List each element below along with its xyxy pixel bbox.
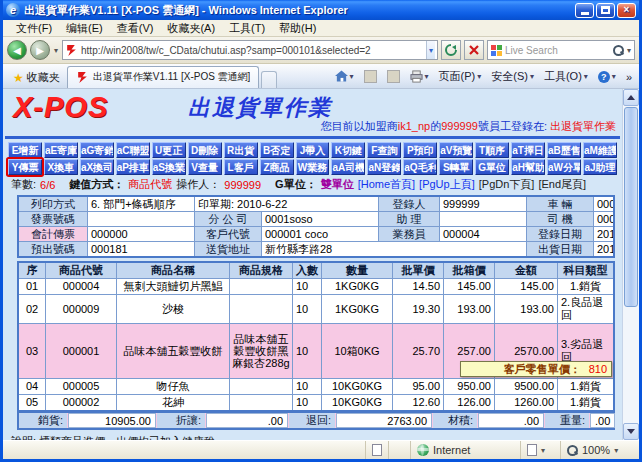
- toolbar-button[interactable]: J帶入: [296, 142, 330, 158]
- accounting-voucher-label: 會計傳票: [19, 227, 87, 241]
- address-bar[interactable]: http://win2008/tw/c_CData/chutui.asp?sam…: [62, 40, 438, 60]
- toolbar-button[interactable]: aB歷售: [547, 142, 581, 158]
- favorites-label: 收藏夹: [27, 70, 60, 85]
- toolbar-button[interactable]: aX換司: [80, 159, 114, 175]
- vertical-scrollbar[interactable]: [622, 89, 639, 440]
- search-box[interactable]: Live Search ▾: [487, 40, 635, 60]
- toolbar-button[interactable]: R出貨: [224, 142, 258, 158]
- page-menu-label: 页面(P): [439, 69, 476, 84]
- toolbar-button[interactable]: L客戶: [224, 159, 258, 175]
- register-date-field[interactable]: 2010-06-22: [594, 227, 613, 241]
- toolbar-button[interactable]: aQ毛利: [403, 159, 437, 175]
- search-input[interactable]: Live Search: [505, 45, 610, 56]
- refresh-button[interactable]: [441, 40, 461, 60]
- preout-no-field[interactable]: 000181: [88, 242, 194, 256]
- protected-mode-panel[interactable]: ▾: [521, 441, 561, 459]
- back-button[interactable]: ◀: [7, 40, 27, 60]
- read-mail-button[interactable]: [383, 68, 404, 85]
- toolbar-button[interactable]: aM維護: [583, 142, 617, 158]
- zoom-control[interactable]: 100% ▾: [561, 441, 639, 459]
- safety-menu-button[interactable]: 安全(S)▾: [487, 67, 538, 86]
- toolbar-button-voucher-selected[interactable]: Y傳票: [8, 159, 42, 175]
- tab-active[interactable]: 出退貨單作業V1.11 [X-POS 雲通網]: [67, 66, 260, 88]
- page-menu-button[interactable]: 页面(P)▾: [435, 67, 486, 86]
- toolbar-button[interactable]: Z商品: [260, 159, 294, 175]
- scrollbar-thumb[interactable]: [624, 107, 638, 307]
- toolbar-button[interactable]: K切鍵: [331, 142, 365, 158]
- scroll-up-button[interactable]: [623, 89, 639, 106]
- toolbar-button[interactable]: aH幫助: [511, 159, 545, 175]
- toolbar-button[interactable]: P預印: [403, 142, 437, 158]
- forward-button[interactable]: ▶: [30, 40, 50, 60]
- search-magnifier-icon[interactable]: [613, 45, 624, 56]
- menu-favorites[interactable]: 收藏夹(A): [160, 20, 222, 37]
- maximize-button[interactable]: [596, 3, 615, 18]
- toolbar-button[interactable]: aV預覽: [439, 142, 473, 158]
- menu-view[interactable]: 查看(V): [110, 20, 161, 37]
- toolbar-button[interactable]: aP排車: [116, 159, 150, 175]
- url-text[interactable]: http://win2008/tw/c_CData/chutui.asp?sam…: [81, 45, 423, 56]
- history-dropdown-icon[interactable]: ▾: [53, 46, 59, 55]
- tools-menu-button[interactable]: 工具(O)▾: [540, 67, 592, 86]
- customer-code-field[interactable]: 000001 coco: [262, 227, 378, 241]
- toolbar-button[interactable]: X換車: [44, 159, 78, 175]
- toolbar-button[interactable]: B否定: [260, 142, 294, 158]
- feeds-button[interactable]: [360, 68, 381, 85]
- menu-file[interactable]: 文件(F): [9, 20, 59, 37]
- returns-value: 2763.00: [336, 413, 432, 428]
- toolbar-button[interactable]: F查詢: [367, 142, 401, 158]
- scroll-down-button[interactable]: [623, 423, 639, 440]
- toolbar-button[interactable]: aN登錄: [367, 159, 401, 175]
- toolbar-button[interactable]: aE寄庫: [44, 142, 78, 158]
- toolbar-button[interactable]: S轉單: [439, 159, 473, 175]
- order-header-form: 列印方式 6. 部門+條碼順序 印單期: 2010-6-22 登錄人 99999…: [17, 195, 615, 258]
- menu-edit[interactable]: 编辑(E): [59, 20, 110, 37]
- toolbar-button-add[interactable]: E增新: [8, 142, 42, 158]
- table-cell: 10: [293, 295, 321, 323]
- driver-field[interactable]: 000000: [594, 212, 613, 226]
- toolbar-button[interactable]: aT擇日: [511, 142, 545, 158]
- address-dropdown-icon[interactable]: ▾: [426, 41, 435, 59]
- ship-date-field[interactable]: 2010-06-22: [594, 242, 613, 256]
- toolbar-button[interactable]: G單位: [475, 159, 509, 175]
- accounting-voucher-field[interactable]: 000000: [88, 227, 194, 241]
- tab-bar: ★ 收藏夹 出退貨單作業V1.11 [X-POS 雲通網] ▾ ▾ 页面(P)▾…: [3, 64, 639, 89]
- toolbar-button[interactable]: T順序: [475, 142, 509, 158]
- print-dropdown-icon[interactable]: ▾: [425, 72, 429, 81]
- help-button[interactable]: ? ▾: [594, 69, 620, 85]
- toolbar-button[interactable]: aG寄銷: [80, 142, 114, 158]
- print-mode-field[interactable]: 6. 部門+條碼順序: [88, 197, 194, 211]
- minimize-button[interactable]: [575, 3, 594, 18]
- toolbar-button[interactable]: aA司機: [331, 159, 365, 175]
- close-button[interactable]: ×: [617, 3, 636, 18]
- toolbar-button[interactable]: U更正: [152, 142, 186, 158]
- assistant-field[interactable]: [440, 212, 526, 226]
- menu-tools[interactable]: 工具(T): [222, 20, 272, 37]
- toolbar-button[interactable]: aJ助理: [583, 159, 617, 175]
- toolbar-button[interactable]: aW分單: [547, 159, 581, 175]
- home-button[interactable]: ▾: [331, 68, 358, 85]
- invoice-no-field[interactable]: [88, 212, 194, 226]
- toolbar-button[interactable]: aS換業: [152, 159, 186, 175]
- vehicle-field[interactable]: 0000: [594, 197, 613, 211]
- new-tab-button[interactable]: [261, 71, 277, 88]
- delivery-address-field[interactable]: 新竹縣李路28: [262, 242, 526, 256]
- stop-button[interactable]: [464, 40, 484, 60]
- search-dropdown-icon[interactable]: ▾: [627, 46, 631, 55]
- salesperson-field[interactable]: 000004: [440, 227, 526, 241]
- branch-field[interactable]: 0001soso: [262, 212, 378, 226]
- table-cell: 000005: [46, 379, 116, 394]
- toolbar-button[interactable]: aC聯盟: [116, 142, 150, 158]
- login-user-field[interactable]: 999999: [440, 197, 526, 211]
- print-button[interactable]: ▾: [406, 68, 433, 85]
- scrollbar-track[interactable]: [623, 106, 639, 423]
- favorites-button[interactable]: ★ 收藏夹: [6, 68, 67, 88]
- home-dropdown-icon[interactable]: ▾: [350, 72, 354, 81]
- menu-help[interactable]: 帮助(H): [272, 20, 323, 37]
- toolbar-button[interactable]: W業務: [296, 159, 330, 175]
- more-commands-chevron[interactable]: »: [622, 69, 636, 85]
- toolbar-button[interactable]: V查量: [188, 159, 222, 175]
- unit-value: 雙單位: [321, 177, 354, 192]
- command-bar: ▾ ▾ 页面(P)▾ 安全(S)▾ 工具(O)▾ ? ▾ »: [331, 67, 636, 88]
- toolbar-button[interactable]: D刪除: [188, 142, 222, 158]
